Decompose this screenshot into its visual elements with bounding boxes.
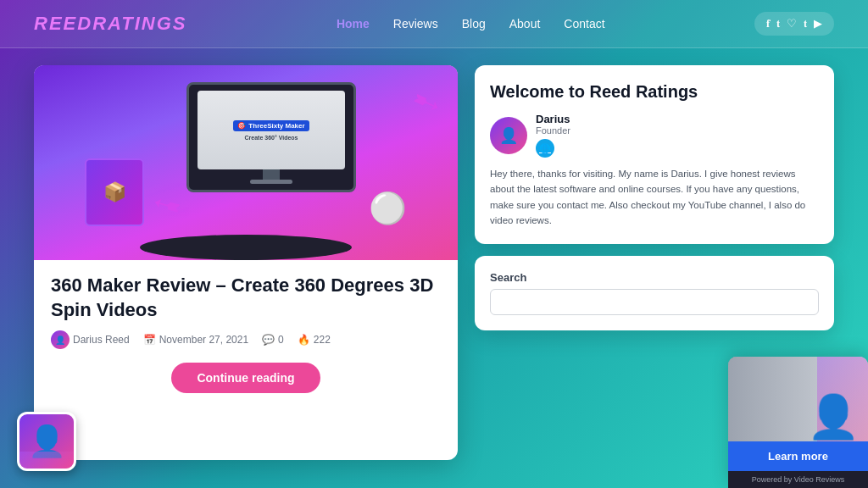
comments-meta: 💬 0	[262, 334, 284, 346]
article-title: 360 Maker Review – Create 360 Degrees 3D…	[51, 274, 441, 322]
author-avatar: 👤	[490, 117, 527, 154]
nav-reviews[interactable]: Reviews	[393, 17, 438, 30]
pinterest-icon[interactable]: ♡	[787, 17, 797, 30]
main-nav: Home Reviews Blog About Contact	[337, 17, 605, 30]
like-icon: 🔥	[298, 334, 310, 346]
welcome-card: Welcome to Reed Ratings 👤 Darius Founder…	[475, 65, 834, 244]
comment-icon: 💬	[262, 334, 275, 346]
likes-meta: 🔥 222	[298, 334, 331, 346]
article-card: 🎯 ThreeSixty Maker Create 360° Videos 📦 …	[34, 65, 458, 460]
social-icons-bar: 𝐟 𝐭 ♡ 𝐭 ▶	[754, 12, 834, 36]
author-display-name: Darius	[536, 113, 570, 125]
search-card: Search	[475, 256, 834, 330]
search-input[interactable]	[490, 289, 819, 315]
continue-reading-button[interactable]: Continue reading	[171, 363, 320, 393]
platform-decoration	[140, 235, 352, 260]
twitter-icon[interactable]: 𝐭	[776, 17, 780, 30]
article-meta: 👤 Darius Reed 📅 November 27, 2021 💬 0 🔥 …	[51, 330, 441, 349]
youtube-icon[interactable]: ▶	[814, 17, 822, 30]
author-link[interactable]: 🌐	[536, 139, 554, 158]
search-label: Search	[490, 271, 819, 284]
author-role: Founder	[536, 125, 570, 136]
author-avatar-small: 👤	[51, 330, 70, 349]
nav-contact[interactable]: Contact	[564, 17, 604, 30]
monitor-graphic: 🎯 ThreeSixty Maker Create 360° Videos	[186, 82, 356, 192]
calendar-icon: 📅	[143, 334, 156, 346]
powered-by-label: Powered by Video Reviews	[728, 471, 868, 488]
facebook-icon[interactable]: 𝐟	[766, 17, 770, 30]
sidebar-description: Hey there, thanks for visiting. My name …	[490, 166, 819, 229]
comment-count: 0	[278, 334, 284, 346]
article-image: 🎯 ThreeSixty Maker Create 360° Videos 📦 …	[34, 65, 458, 260]
author-row: 👤 Darius Founder 🌐	[490, 113, 819, 158]
tumblr-icon[interactable]: 𝐭	[804, 17, 807, 30]
nav-about[interactable]: About	[509, 17, 541, 30]
product-badge: 🎯 ThreeSixty Maker	[233, 120, 309, 131]
article-date: November 27, 2021	[159, 334, 248, 346]
product-box-graphic: 📦	[85, 158, 153, 235]
camera-graphic: ⚪	[369, 191, 407, 226]
like-count: 222	[314, 334, 331, 346]
learn-more-button[interactable]: Learn more	[728, 441, 868, 471]
video-popup: 👤 Learn more Powered by Video Reviews	[728, 357, 868, 488]
video-thumbnail: 👤	[728, 357, 868, 441]
author-meta: 👤 Darius Reed	[51, 330, 130, 349]
site-logo[interactable]: ReedRatings	[34, 13, 187, 35]
header: ReedRatings Home Reviews Blog About Cont…	[0, 0, 868, 48]
date-meta: 📅 November 27, 2021	[143, 334, 248, 346]
author-name: Darius Reed	[73, 334, 130, 346]
nav-home[interactable]: Home	[337, 17, 370, 30]
author-info: Darius Founder 🌐	[536, 113, 570, 158]
article-body: 360 Maker Review – Create 360 Degrees 3D…	[34, 260, 458, 460]
bottom-avatar: 👤	[17, 412, 76, 471]
welcome-title: Welcome to Reed Ratings	[490, 80, 819, 103]
nav-blog[interactable]: Blog	[462, 17, 486, 30]
